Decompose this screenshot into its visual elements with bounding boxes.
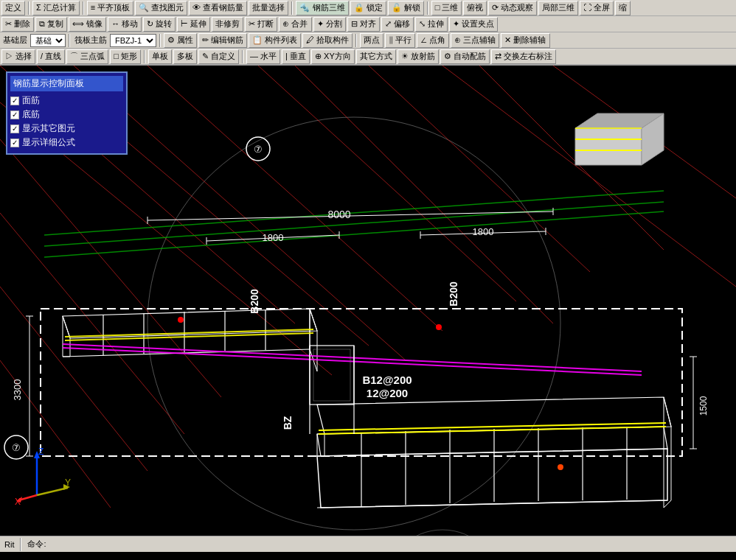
dim-1800-right: 1800	[473, 226, 494, 237]
sep2	[83, 1, 84, 15]
btn-select[interactable]: ▷ 选择	[1, 49, 35, 64]
svg-text:Y: Y	[65, 477, 71, 488]
btn-edit-rebar[interactable]: ✏ 编辑钢筋	[198, 33, 247, 48]
btn-move[interactable]: ↔ 移动	[108, 17, 142, 32]
part-select[interactable]: FBZJ-1	[110, 34, 156, 47]
rebar-option-bottom[interactable]: ✓ 底筋	[10, 108, 123, 121]
btn-align[interactable]: ⊟ 对齐	[347, 17, 380, 32]
svg-marker-83	[575, 128, 642, 165]
rebar-label-detail: 显示详细公式	[22, 136, 75, 149]
dim-3300: 3300	[12, 379, 23, 401]
btn-arc[interactable]: ⌒ 三点弧	[66, 49, 108, 64]
svg-line-95	[37, 488, 68, 495]
svg-point-62	[178, 317, 184, 323]
sep1	[28, 1, 29, 15]
btn-break[interactable]: ✂ 打断	[245, 17, 277, 32]
sep6	[159, 34, 161, 47]
dim-1500: 1500	[698, 396, 709, 416]
btn-custom[interactable]: ✎ 自定义	[198, 49, 239, 64]
btn-property[interactable]: ⚙ 属性	[164, 33, 197, 48]
rebar-option-other[interactable]: ✓ 显示其它图元	[10, 122, 123, 135]
checkbox-detail[interactable]: ✓	[10, 139, 19, 147]
layer-label: 基础层	[1, 35, 29, 46]
layer-select[interactable]: 基础	[30, 34, 66, 47]
status-bar: Rit 命令:	[0, 536, 736, 552]
part-label: 筏板主筋	[73, 35, 108, 46]
btn-parallel[interactable]: ∥ 平行	[385, 33, 415, 48]
rebar-label-face: 面筋	[22, 94, 40, 107]
node-7-top: ⑦	[254, 144, 263, 155]
btn-rect[interactable]: □ 矩形	[110, 49, 141, 64]
status-sep	[20, 538, 21, 551]
btn-unlock[interactable]: 🔓 解锁	[388, 1, 424, 15]
checkbox-bottom[interactable]: ✓	[10, 111, 19, 119]
btn-fullscreen[interactable]: ⛶ 全屏	[580, 1, 614, 15]
btn-split[interactable]: ✦ 分割	[313, 17, 346, 32]
rebar-option-detail[interactable]: ✓ 显示详细公式	[10, 136, 123, 149]
btn-single-board[interactable]: 单板	[148, 49, 172, 64]
canvas-area[interactable]: 8000 1800 1800 3300 1500	[0, 66, 736, 536]
btn-align-top[interactable]: ≡ 平齐顶板	[87, 1, 133, 15]
rebar-option-face[interactable]: ✓ 面筋	[10, 94, 123, 107]
status-coords: 命令:	[26, 539, 47, 550]
svg-point-64	[558, 464, 563, 470]
btn-three-point-axis[interactable]: ⊕ 三点辅轴	[451, 33, 499, 48]
btn-multi-board[interactable]: 多板	[173, 49, 197, 64]
btn-top-view[interactable]: 俯视	[463, 1, 487, 15]
btn-batch-select[interactable]: 批量选择	[249, 1, 288, 15]
btn-merge[interactable]: ⊕ 合并	[279, 17, 311, 32]
svg-text:Z: Z	[38, 447, 44, 457]
btn-copy[interactable]: ⧉ 复制	[35, 17, 67, 32]
btn-component-list[interactable]: 📋 构件列表	[249, 33, 301, 48]
toolbar-row-4: ▷ 选择 / 直线 ⌒ 三点弧 □ 矩形 单板 多板 ✎ 自定义 — 水平 | …	[0, 49, 736, 65]
btn-zoom[interactable]: 缩	[615, 1, 631, 15]
status-text: Rit	[3, 540, 15, 549]
btn-two-point[interactable]: 两点	[360, 33, 383, 48]
sep7	[355, 34, 357, 47]
btn-mirror[interactable]: ⟺ 镜像	[69, 17, 106, 32]
btn-vertical[interactable]: | 垂直	[282, 49, 310, 64]
btn-stretch[interactable]: ⤡ 拉伸	[415, 17, 448, 32]
btn-3d[interactable]: □ 三维	[431, 1, 462, 15]
btn-no-trim[interactable]: 非修剪	[212, 17, 243, 32]
label-b200-2: B200	[448, 281, 459, 307]
toolbar-row-1: 定义 Σ 汇总计算 ≡ 平齐顶板 🔍 查找图元 👁 查看钢筋量 批量选择 🔩 钢…	[0, 0, 736, 16]
btn-rebar-3d[interactable]: 🔩 钢筋三维	[296, 1, 348, 15]
checkbox-other[interactable]: ✓	[10, 125, 19, 133]
menu-sum[interactable]: Σ 汇总计算	[32, 1, 80, 15]
rebar-label-bottom: 底筋	[22, 108, 40, 121]
btn-set-grip[interactable]: ✦ 设置夹点	[449, 17, 498, 32]
checkbox-face[interactable]: ✓	[10, 97, 19, 105]
btn-other-dir[interactable]: 其它方式	[356, 49, 396, 64]
rebar-panel-title: 钢筋显示控制面板	[10, 76, 123, 91]
btn-delete-axis[interactable]: ✕ 删除辅轴	[501, 33, 549, 48]
btn-delete[interactable]: ✂ 删除	[1, 17, 34, 32]
btn-rotate[interactable]: ↻ 旋转	[143, 17, 176, 32]
btn-dot-angle[interactable]: ∠ 点角	[417, 33, 449, 48]
btn-offset[interactable]: ⤢ 偏移	[381, 17, 414, 32]
btn-local-3d[interactable]: 局部三维	[538, 1, 578, 15]
btn-radial[interactable]: ☀ 放射筋	[397, 49, 439, 64]
svg-point-63	[436, 324, 442, 330]
rebar-panel: 钢筋显示控制面板 ✓ 面筋 ✓ 底筋 ✓ 显示其它图元 ✓ 显示详细公式	[6, 71, 128, 155]
label-b12-200: B12@200	[362, 374, 412, 386]
btn-auto-config[interactable]: ⚙ 自动配筋	[440, 49, 490, 64]
btn-line[interactable]: / 直线	[37, 49, 65, 64]
btn-xy-dir[interactable]: ⊕ XY方向	[311, 49, 355, 64]
btn-pick-component[interactable]: 🖊 拾取构件	[302, 33, 353, 48]
label-12-200: 12@200	[367, 387, 408, 399]
svg-text:X: X	[15, 497, 21, 506]
btn-find[interactable]: 🔍 查找图元	[135, 1, 187, 15]
label-bz: BZ	[282, 416, 294, 430]
btn-extend[interactable]: ⊢ 延伸	[177, 17, 210, 32]
btn-horizontal[interactable]: — 水平	[246, 49, 280, 64]
btn-swap-label[interactable]: ⇄ 交换左右标注	[491, 49, 556, 64]
dim-1800-left: 1800	[263, 232, 284, 243]
btn-view-rebar[interactable]: 👁 查看钢筋量	[189, 1, 247, 15]
rebar-label-other: 显示其它图元	[22, 122, 75, 135]
menu-define[interactable]: 定义	[1, 1, 25, 15]
btn-lock[interactable]: 🔒 锁定	[350, 1, 386, 15]
btn-dynamic-view[interactable]: ⟳ 动态观察	[488, 1, 537, 15]
sep4	[427, 1, 428, 15]
axes: Z X Y	[15, 447, 74, 506]
